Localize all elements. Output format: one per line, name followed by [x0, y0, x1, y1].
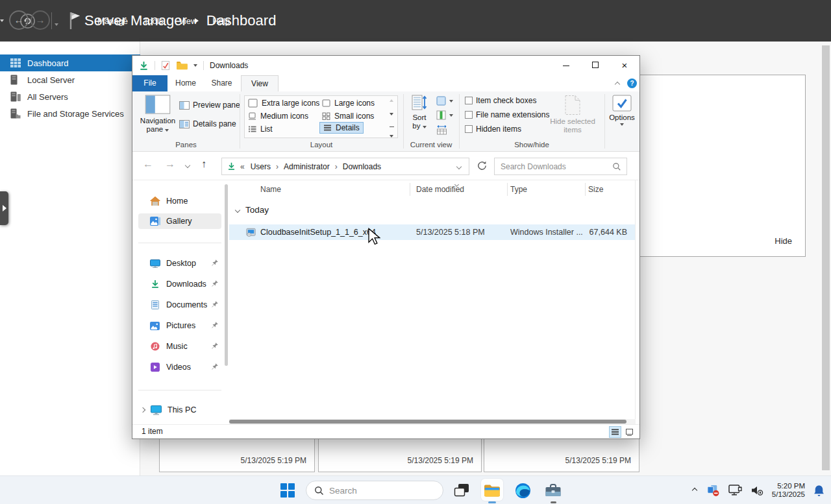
sm-scrollbar[interactable]: [822, 45, 830, 470]
address-bar[interactable]: « Users › Administrator › Downloads: [221, 158, 469, 175]
layout-details[interactable]: Details: [319, 122, 364, 134]
preview-pane-button[interactable]: Preview pane: [179, 101, 240, 110]
nav-item-desktop[interactable]: Desktop: [138, 256, 221, 270]
crumb-administrator[interactable]: Administrator: [284, 162, 330, 171]
hidden-items-checkbox[interactable]: Hidden items: [465, 125, 521, 134]
edge-taskbar-button[interactable]: [510, 476, 535, 504]
horizontal-scrollbar-thumb[interactable]: [229, 420, 626, 424]
horizontal-scrollbar[interactable]: [229, 419, 636, 424]
group-by-button[interactable]: [436, 96, 453, 106]
refresh-address-icon[interactable]: [477, 160, 488, 171]
file-date-modified: 5/13/2025 5:18 PM: [416, 224, 485, 240]
help-icon[interactable]: ?: [627, 78, 637, 88]
crumb-downloads[interactable]: Downloads: [343, 162, 381, 171]
task-view-button[interactable]: [449, 476, 474, 504]
notifications-bell-icon[interactable]: [813, 485, 825, 497]
column-divider[interactable]: [410, 183, 410, 196]
notifications-dropdown-icon[interactable]: [0, 19, 4, 22]
details-view-toggle[interactable]: [609, 426, 621, 438]
close-button[interactable]: ×: [610, 56, 639, 75]
crumb-separator[interactable]: ›: [276, 162, 279, 171]
layout-large-icons[interactable]: Large icons: [322, 97, 375, 109]
add-columns-button[interactable]: [436, 110, 453, 120]
tray-status-icon[interactable]: [706, 484, 720, 497]
tab-view[interactable]: View: [241, 75, 279, 91]
layout-medium-icons[interactable]: Medium icons: [248, 110, 308, 122]
layout-list[interactable]: List: [248, 123, 273, 135]
tab-share[interactable]: Share: [204, 75, 240, 91]
nav-item-downloads[interactable]: Downloads: [138, 277, 221, 291]
nav-item-music[interactable]: Music: [138, 339, 221, 354]
sidebar-item-file-storage-services[interactable]: File and Storage Services: [0, 105, 140, 122]
back-button[interactable]: ←: [9, 10, 29, 30]
tray-overflow-icon[interactable]: [692, 488, 697, 493]
layout-more-icon[interactable]: [390, 126, 394, 140]
taskbar-search-input[interactable]: [329, 481, 443, 499]
nav-item-videos[interactable]: Videos: [138, 360, 221, 374]
up-arrow-icon[interactable]: ↑: [201, 158, 206, 170]
tab-file[interactable]: File: [132, 75, 167, 91]
nav-item-home[interactable]: Home: [138, 194, 221, 208]
file-explorer-taskbar-button[interactable]: [480, 476, 504, 504]
server-manager-taskbar-button[interactable]: [541, 476, 565, 504]
sidebar-item-all-servers[interactable]: All Servers: [0, 88, 140, 105]
nav-item-gallery[interactable]: Gallery: [138, 213, 221, 229]
layout-scroll-down-icon[interactable]: [390, 113, 393, 115]
details-pane-button[interactable]: Details pane: [179, 119, 236, 128]
address-dropdown-icon[interactable]: [456, 164, 462, 169]
thumbnail-view-toggle[interactable]: [623, 426, 636, 438]
expand-chevron-icon[interactable]: [140, 407, 145, 413]
file-row[interactable]: CloudbaseInitSetup_1_1_6_x64 5/13/2025 5…: [229, 224, 636, 240]
explorer-titlebar[interactable]: Downloads ×: [132, 56, 639, 75]
sidebar-item-local-server[interactable]: Local Server: [0, 71, 140, 88]
item-check-boxes-checkbox[interactable]: Item check boxes: [465, 96, 536, 105]
nav-pane-scrollbar[interactable]: [225, 184, 228, 366]
collapse-ribbon-icon[interactable]: [615, 82, 620, 87]
taskbar-search[interactable]: [306, 481, 443, 500]
crumb-overflow[interactable]: «: [240, 162, 245, 171]
options-button[interactable]: Options: [606, 95, 638, 126]
forward-arrow-icon[interactable]: →: [165, 158, 175, 170]
crumb-users[interactable]: Users: [251, 162, 271, 171]
column-divider[interactable]: [507, 183, 508, 196]
volume-muted-icon[interactable]: [751, 485, 763, 496]
group-header-today[interactable]: Today: [236, 205, 269, 215]
crumb-separator[interactable]: ›: [335, 162, 338, 171]
quick-access-checkmark-icon[interactable]: [161, 60, 170, 71]
search-container[interactable]: [494, 158, 627, 175]
tab-home[interactable]: Home: [169, 75, 203, 91]
nav-item-this-pc[interactable]: This PC: [138, 403, 221, 417]
nav-item-pictures[interactable]: Pictures: [138, 318, 221, 333]
network-icon[interactable]: [728, 485, 743, 497]
column-divider[interactable]: [585, 183, 586, 196]
column-header-date-modified[interactable]: Date modified: [416, 180, 464, 198]
forward-button[interactable]: →: [31, 10, 50, 30]
flyout-expand-tab[interactable]: [0, 191, 8, 225]
layout-small-icons[interactable]: Small icons: [322, 110, 374, 122]
nav-history-dropdown-icon[interactable]: [55, 23, 58, 26]
search-icon[interactable]: [612, 162, 621, 171]
search-input[interactable]: [495, 158, 626, 174]
taskbar-clock[interactable]: 5:20 PM 5/13/2025: [772, 482, 805, 499]
nav-item-documents[interactable]: Documents: [138, 298, 221, 312]
group-collapse-icon[interactable]: [235, 207, 240, 212]
size-columns-button[interactable]: [436, 125, 447, 135]
file-name-extensions-checkbox[interactable]: File name extensions: [465, 110, 549, 119]
back-arrow-icon[interactable]: ←: [143, 158, 153, 170]
sidebar-item-dashboard[interactable]: Dashboard: [0, 54, 140, 71]
layout-extra-large-icons[interactable]: Extra large icons: [248, 97, 319, 109]
maximize-button[interactable]: [580, 56, 610, 75]
column-header-name[interactable]: Name: [260, 180, 281, 198]
hide-link[interactable]: Hide: [775, 236, 792, 246]
minimize-button[interactable]: [551, 56, 580, 75]
folder-icon[interactable]: [176, 61, 188, 70]
quick-access-dropdown-icon[interactable]: [193, 64, 197, 67]
column-header-type[interactable]: Type: [510, 180, 527, 198]
start-button[interactable]: [275, 476, 300, 504]
navigation-pane-button[interactable]: Navigation pane: [139, 95, 177, 134]
layout-scroll-up-icon[interactable]: [390, 99, 393, 102]
flag-icon[interactable]: [68, 11, 82, 30]
recent-locations-icon[interactable]: [185, 163, 190, 168]
column-header-size[interactable]: Size: [588, 180, 603, 198]
sort-by-button[interactable]: Sort by: [406, 95, 432, 130]
